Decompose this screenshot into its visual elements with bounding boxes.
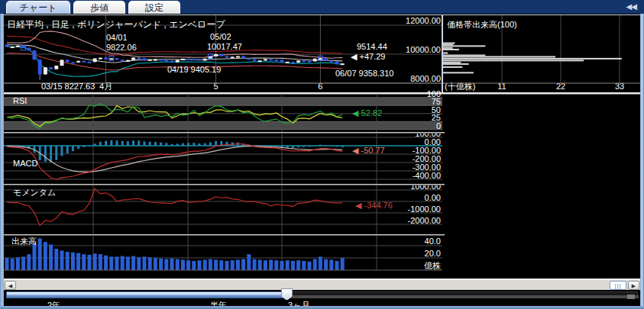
- scrollbar-thumb[interactable]: |||: [610, 281, 626, 290]
- svg-text:40.0: 40.0: [425, 237, 441, 246]
- window-frame-bottom: [0, 306, 644, 309]
- svg-text:-1000.00: -1000.00: [408, 204, 441, 214]
- svg-text:出来高: 出来高: [11, 237, 37, 246]
- tab-bar: チャート 歩値 設定 ◀◀: [0, 0, 644, 14]
- window-frame-left: [0, 14, 4, 309]
- tab-settings[interactable]: 設定: [128, 1, 180, 14]
- svg-text:-400.00: -400.00: [413, 171, 441, 180]
- svg-text:◀ 52.82: ◀ 52.82: [352, 108, 382, 117]
- svg-text:MACD: MACD: [13, 159, 37, 168]
- svg-text:12000.00: 12000.00: [406, 16, 441, 25]
- slider-fill: [6, 291, 286, 298]
- svg-text:04/01: 04/01: [106, 33, 128, 42]
- svg-text:◀ -344.76: ◀ -344.76: [355, 201, 393, 210]
- collapse-icon[interactable]: ◀◀: [626, 2, 636, 11]
- svg-text:9822.06: 9822.06: [106, 43, 137, 52]
- svg-text:05/02: 05/02: [210, 32, 231, 41]
- scroll-right-button[interactable]: ▶: [628, 281, 639, 290]
- svg-text:RSI: RSI: [13, 96, 27, 105]
- period-slider: [4, 290, 640, 300]
- svg-text:日経平均 , 日足 , ボリンジャーバンド , エンベロープ: 日経平均 , 日足 , ボリンジャーバンド , エンベロープ: [7, 19, 225, 30]
- chart-canvas: 12000.0010000.008000.004月5604/019822.060…: [4, 15, 640, 281]
- svg-text:04/19 9405.19: 04/19 9405.19: [167, 65, 221, 74]
- window-frame-right: [640, 14, 644, 309]
- chart-client-area: 12000.0010000.008000.004月5604/019822.060…: [4, 14, 640, 307]
- scroll-left-button[interactable]: ◀: [5, 281, 16, 290]
- svg-text:8000.00: 8000.00: [410, 74, 441, 83]
- svg-text:億株: 億株: [424, 261, 441, 270]
- svg-text:0.00: 0.00: [425, 193, 441, 202]
- tab-ayumine[interactable]: 歩値: [73, 1, 125, 14]
- svg-text:06/07 9358.310: 06/07 9358.310: [335, 69, 393, 78]
- svg-text:03/15 8227.63: 03/15 8227.63: [41, 82, 95, 91]
- svg-text:0: 0: [436, 121, 441, 130]
- slider-thumb[interactable]: [281, 288, 293, 301]
- svg-text:◀ -50.77: ◀ -50.77: [352, 146, 385, 155]
- svg-text:10017.47: 10017.47: [207, 42, 242, 51]
- svg-text:◀ +47.29: ◀ +47.29: [351, 52, 385, 61]
- svg-text:モメンタム: モメンタム: [13, 188, 56, 197]
- svg-text:-2000.00: -2000.00: [408, 216, 441, 225]
- horizontal-scrollbar[interactable]: ◀ ||| ▶: [4, 279, 640, 290]
- slider-track-groove: [286, 295, 639, 298]
- svg-text:20.0: 20.0: [425, 249, 441, 258]
- tab-chart[interactable]: チャート: [6, 1, 70, 14]
- svg-text:価格帯出来高(100): 価格帯出来高(100): [447, 20, 517, 29]
- svg-text:9514.44: 9514.44: [357, 42, 387, 51]
- slider-track-cap: [627, 295, 635, 299]
- chart-panels: 12000.0010000.008000.004月5604/019822.060…: [4, 14, 640, 280]
- chart-window: チャート 歩値 設定 ◀◀ 12000.0010000.008000.004月5…: [0, 0, 644, 309]
- svg-text:10000.00: 10000.00: [406, 45, 441, 54]
